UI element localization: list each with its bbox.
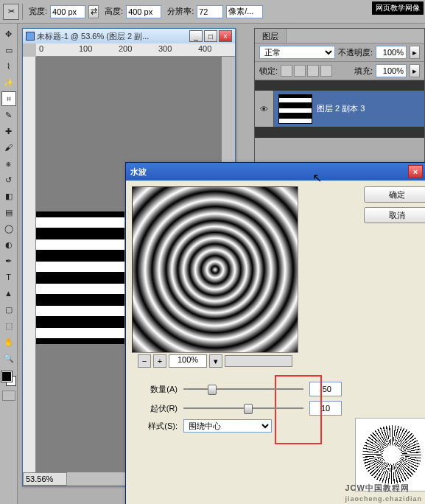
image-content <box>36 211 124 344</box>
lock-transparency-icon[interactable] <box>281 65 292 77</box>
crop-tool-icon[interactable]: ⌗ <box>1 91 16 106</box>
lock-all-icon[interactable] <box>320 65 332 77</box>
ridges-row: 起伏(R) <box>133 399 425 418</box>
stamp-tool-icon[interactable]: ⎈ <box>1 156 16 171</box>
toolbox: ✥ ▭ ⌇ ✨ ⌗ ✎ ✚ 🖌 ⎈ ↺ ◧ ▤ ◯ ◐ ✒ T ▲ ▢ ⬚ ✋ … <box>0 24 18 504</box>
width-label: 宽度: <box>29 6 47 17</box>
marquee-tool-icon[interactable]: ▭ <box>1 43 16 57</box>
options-bar: ✂ 宽度: ⇄ 高度: 分辨率: 网页教学网像 <box>0 0 425 24</box>
zoom-tool-icon[interactable]: 🔍 <box>1 351 16 365</box>
height-input[interactable] <box>126 5 161 18</box>
ridges-slider[interactable] <box>183 402 303 414</box>
zoom-status[interactable]: 53.56% <box>23 472 67 486</box>
ridges-label: 起伏(R) <box>133 403 178 414</box>
lock-pixels-icon[interactable] <box>294 65 306 77</box>
tab-layers[interactable]: 图层 <box>255 29 287 43</box>
site-badge: 网页教学网像 <box>372 1 424 15</box>
close-button[interactable]: × <box>219 30 232 42</box>
zoom-in-button[interactable]: + <box>153 354 166 368</box>
opacity-label: 不透明度: <box>338 47 373 58</box>
layers-panel: 图层 正常 不透明度: ▸ 锁定: 填充: ▸ <box>254 28 425 183</box>
move-tool-icon[interactable]: ✥ <box>1 27 16 41</box>
resolution-input[interactable] <box>197 5 223 18</box>
document-title: 未标题-1 @ 53.6% (图层 2 副... <box>37 31 149 42</box>
filter-preview[interactable] <box>132 186 298 353</box>
lasso-tool-icon[interactable]: ⌇ <box>1 59 16 74</box>
quick-mask-icon[interactable] <box>2 391 15 401</box>
crop-tool-icon[interactable]: ✂ <box>3 4 19 20</box>
lock-label: 锁定: <box>259 66 278 77</box>
resolution-label: 分辨率: <box>167 6 194 17</box>
layer-thumbnail[interactable] <box>278 94 312 124</box>
opacity-flyout-button[interactable]: ▸ <box>410 46 420 59</box>
fill-label: 填充: <box>354 66 373 77</box>
type-tool-icon[interactable]: T <box>1 270 16 284</box>
cursor-icon: ↖ <box>312 171 322 185</box>
pen-tool-icon[interactable]: ✒ <box>1 253 16 268</box>
preview-zoom[interactable]: 100% <box>169 354 207 368</box>
amount-label: 数量(A) <box>133 384 178 395</box>
style-select[interactable]: 围绕中心 <box>183 419 272 433</box>
dialog-title: 水波 <box>130 167 147 178</box>
wand-tool-icon[interactable]: ✨ <box>1 75 16 90</box>
ruler-vertical <box>23 57 36 472</box>
layer-row[interactable] <box>255 127 424 138</box>
path-select-icon[interactable]: ▲ <box>1 286 16 301</box>
fill-flyout-button[interactable]: ▸ <box>410 64 420 77</box>
panel-tabs: 图层 <box>255 29 424 43</box>
dodge-tool-icon[interactable]: ◐ <box>1 237 16 252</box>
layer-row-selected[interactable]: 👁 图层 2 副本 3 <box>255 91 424 127</box>
3d-tool-icon[interactable]: ⬚ <box>1 318 16 333</box>
separator <box>22 4 23 20</box>
heal-tool-icon[interactable]: ✚ <box>1 124 16 139</box>
color-swatches[interactable] <box>1 371 16 386</box>
blur-tool-icon[interactable]: ◯ <box>1 221 16 236</box>
minimize-button[interactable]: _ <box>189 30 203 42</box>
zoom-out-button[interactable]: − <box>138 354 151 368</box>
zigzag-dialog: 水波 × − + 100% ▾ 确定 取消 <box>125 162 425 504</box>
zoom-dropdown-button[interactable]: ▾ <box>209 354 222 368</box>
amount-row: 数量(A) <box>133 379 425 399</box>
watermark: JCW中国教程网 jiaocheng.chazidian <box>345 476 422 503</box>
gradient-tool-icon[interactable]: ▤ <box>1 205 16 220</box>
dialog-close-button[interactable]: × <box>408 165 423 178</box>
preview-scrollbar[interactable] <box>225 355 292 367</box>
brush-tool-icon[interactable]: 🖌 <box>1 140 16 155</box>
opacity-input[interactable] <box>376 46 407 59</box>
ok-button[interactable]: 确定 <box>364 186 425 203</box>
cancel-button[interactable]: 取消 <box>364 207 425 223</box>
ridges-input[interactable] <box>309 401 342 416</box>
style-label: 样式(S): <box>133 421 178 432</box>
maximize-button[interactable]: □ <box>204 30 217 42</box>
eraser-tool-icon[interactable]: ◧ <box>1 189 16 203</box>
history-brush-icon[interactable]: ↺ <box>1 172 16 187</box>
lock-position-icon[interactable] <box>307 65 319 77</box>
amount-slider[interactable] <box>183 383 303 395</box>
shape-tool-icon[interactable]: ▢ <box>1 302 16 317</box>
amount-input[interactable] <box>309 382 342 396</box>
eyedropper-tool-icon[interactable]: ✎ <box>1 108 16 122</box>
hand-tool-icon[interactable]: ✋ <box>1 335 16 349</box>
swap-dims-button[interactable]: ⇄ <box>88 5 99 18</box>
height-label: 高度: <box>105 6 123 17</box>
visibility-icon[interactable]: 👁 <box>255 91 274 127</box>
width-input[interactable] <box>50 5 85 18</box>
document-titlebar[interactable]: 未标题-1 @ 53.6% (图层 2 副... _ □ × <box>23 29 235 43</box>
fill-input[interactable] <box>376 64 407 77</box>
dialog-titlebar[interactable]: 水波 × <box>126 163 425 181</box>
layer-row[interactable] <box>255 80 424 91</box>
doc-icon <box>26 32 35 41</box>
unit-select[interactable] <box>226 5 263 18</box>
ruler-horizontal: 0 100 200 300 400 <box>36 43 235 57</box>
layer-name[interactable]: 图层 2 副本 3 <box>317 103 365 114</box>
layer-list: 👁 图层 2 副本 3 <box>255 80 424 138</box>
blend-mode-select[interactable]: 正常 <box>259 46 335 59</box>
